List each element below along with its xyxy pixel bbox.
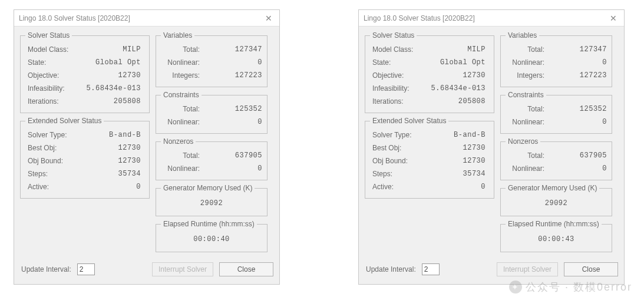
value-model-class: MILP — [72, 45, 144, 54]
group-generator-memory: Generator Memory Used (K) 29092 — [500, 184, 612, 216]
label-cons-total: Total: — [161, 105, 203, 113]
interrupt-solver-button[interactable]: Interrupt Solver — [152, 262, 213, 276]
close-icon[interactable]: ✕ — [607, 14, 619, 23]
label-cons-total: Total: — [506, 105, 548, 113]
value-infeasibility: 5.68434e-013 — [72, 84, 144, 93]
value-vars-nonlinear: 0 — [548, 58, 607, 67]
value-iterations: 205808 — [417, 97, 489, 106]
value-steps: 35734 — [72, 170, 144, 178]
label-vars-total: Total: — [161, 45, 203, 54]
label-state: State: — [25, 58, 72, 67]
value-objective: 12730 — [72, 71, 144, 80]
group-generator-memory: Generator Memory Used (K) 29092 — [156, 184, 267, 216]
solver-status-dialog: Lingo 18.0 Solver Status [2020B22] ✕ Sol… — [358, 9, 625, 285]
value-nz-total: 637905 — [203, 151, 262, 160]
value-active: 0 — [417, 183, 489, 191]
value-state: Global Opt — [417, 58, 489, 67]
label-vars-total: Total: — [506, 45, 548, 54]
window-title: Lingo 18.0 Solver Status [2020B22] — [364, 14, 607, 22]
value-steps: 35734 — [417, 170, 489, 178]
window-title: Lingo 18.0 Solver Status [2020B22] — [19, 14, 263, 22]
label-nz-nonlinear: Nonlinear: — [506, 164, 548, 173]
value-model-class: MILP — [417, 45, 489, 54]
group-legend: Generator Memory Used (K) — [506, 184, 599, 192]
interrupt-solver-button[interactable]: Interrupt Solver — [497, 262, 558, 276]
group-legend: Generator Memory Used (K) — [161, 184, 255, 192]
value-solver-type: B-and-B — [72, 131, 144, 139]
value-vars-nonlinear: 0 — [203, 58, 262, 67]
group-legend: Extended Solver Status — [25, 117, 104, 125]
label-steps: Steps: — [25, 170, 72, 178]
value-infeasibility: 5.68434e-013 — [417, 84, 489, 93]
titlebar[interactable]: Lingo 18.0 Solver Status [2020B22] ✕ — [359, 10, 624, 27]
group-legend: Constraints — [161, 91, 202, 99]
label-cons-nonlinear: Nonlinear: — [161, 118, 203, 126]
label-state: State: — [370, 58, 417, 67]
label-iterations: Iterations: — [370, 97, 417, 106]
label-infeasibility: Infeasibility: — [25, 84, 72, 93]
label-steps: Steps: — [370, 170, 417, 178]
group-legend: Extended Solver Status — [370, 117, 448, 125]
label-active: Active: — [370, 183, 417, 191]
value-cons-nonlinear: 0 — [548, 118, 607, 126]
value-elapsed-runtime: 00:00:40 — [161, 232, 262, 247]
group-solver-status: Solver Status Model Class:MILP State:Glo… — [365, 31, 494, 113]
label-nz-total: Total: — [161, 151, 203, 160]
value-vars-integers: 127223 — [548, 71, 607, 80]
group-legend: Constraints — [506, 91, 546, 99]
group-solver-status: Solver Status Model Class:MILP State:Glo… — [20, 31, 150, 113]
label-obj-bound: Obj Bound: — [25, 157, 72, 165]
group-elapsed-runtime: Elapsed Runtime (hh:mm:ss) 00:00:40 — [156, 220, 267, 252]
label-vars-nonlinear: Nonlinear: — [506, 58, 548, 67]
value-active: 0 — [72, 183, 144, 191]
value-obj-bound: 12730 — [72, 157, 144, 165]
group-elapsed-runtime: Elapsed Runtime (hh:mm:ss) 00:00:43 — [500, 220, 612, 252]
label-model-class: Model Class: — [370, 45, 417, 54]
update-interval-input[interactable] — [422, 263, 440, 275]
group-legend: Variables — [506, 31, 539, 39]
group-extended-solver-status: Extended Solver Status Solver Type:B-and… — [365, 117, 494, 199]
close-button[interactable]: Close — [219, 262, 273, 276]
value-cons-total: 125352 — [548, 105, 607, 113]
value-iterations: 205808 — [72, 97, 144, 106]
group-variables: Variables Total:127347 Nonlinear:0 Integ… — [500, 31, 612, 87]
value-vars-integers: 127223 — [203, 71, 262, 80]
group-legend: Elapsed Runtime (hh:mm:ss) — [161, 220, 257, 228]
value-nz-total: 637905 — [548, 151, 607, 160]
group-constraints: Constraints Total:125352 Nonlinear:0 — [500, 91, 612, 134]
close-button[interactable]: Close — [564, 262, 618, 276]
value-generator-memory: 29092 — [161, 196, 262, 211]
label-solver-type: Solver Type: — [370, 131, 417, 139]
label-iterations: Iterations: — [25, 97, 72, 106]
label-objective: Objective: — [370, 71, 417, 80]
label-vars-integers: Integers: — [161, 71, 203, 80]
group-nonzeros: Nonzeros Total:637905 Nonlinear:0 — [500, 137, 612, 180]
value-nz-nonlinear: 0 — [548, 164, 607, 173]
label-solver-type: Solver Type: — [25, 131, 72, 139]
close-icon[interactable]: ✕ — [263, 14, 275, 23]
group-constraints: Constraints Total:125352 Nonlinear:0 — [156, 91, 267, 134]
value-solver-type: B-and-B — [417, 131, 489, 139]
label-best-obj: Best Obj: — [370, 144, 417, 152]
label-active: Active: — [25, 183, 72, 191]
value-objective: 12730 — [417, 71, 489, 80]
label-update-interval: Update Interval: — [21, 265, 71, 273]
group-variables: Variables Total:127347 Nonlinear:0 Integ… — [156, 31, 267, 87]
value-best-obj: 12730 — [72, 144, 144, 152]
value-generator-memory: 29092 — [506, 196, 607, 211]
value-vars-total: 127347 — [548, 45, 607, 54]
value-state: Global Opt — [72, 58, 144, 67]
label-update-interval: Update Interval: — [366, 265, 416, 273]
value-best-obj: 12730 — [417, 144, 489, 152]
update-interval-input[interactable] — [77, 263, 95, 275]
label-model-class: Model Class: — [25, 45, 72, 54]
value-elapsed-runtime: 00:00:43 — [506, 232, 607, 247]
solver-status-dialog: Lingo 18.0 Solver Status [2020B22] ✕ Sol… — [14, 9, 280, 285]
group-legend: Nonzeros — [506, 137, 540, 146]
value-vars-total: 127347 — [203, 45, 262, 54]
titlebar[interactable]: Lingo 18.0 Solver Status [2020B22] ✕ — [14, 10, 279, 27]
group-legend: Solver Status — [25, 31, 72, 39]
value-cons-nonlinear: 0 — [203, 118, 262, 126]
label-obj-bound: Obj Bound: — [370, 157, 417, 165]
value-cons-total: 125352 — [203, 105, 262, 113]
